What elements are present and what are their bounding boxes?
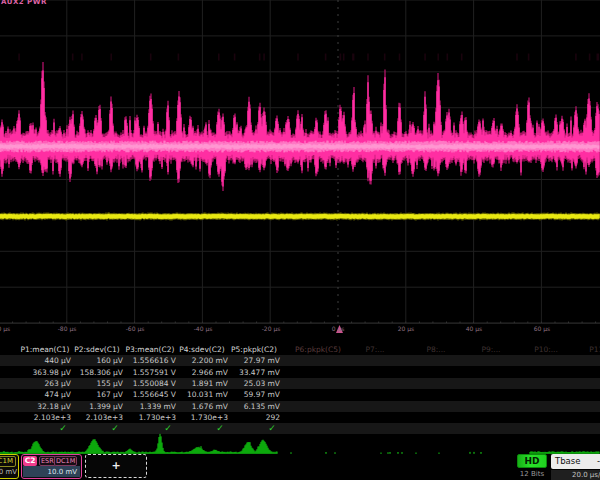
measurement-header-unused[interactable]: P6:pkpk(C5) bbox=[295, 345, 341, 354]
measurement-value: 10.031 mV bbox=[187, 390, 228, 399]
table-row: 363.98 µV158.306 µV1.557591 V2.966 mV33.… bbox=[0, 367, 600, 378]
measurement-header-unused[interactable]: P7:... bbox=[366, 345, 385, 354]
oscilloscope-screen: AUX2 PWR -100 µs-80 µs-60 µs-40 µs-20 µs… bbox=[0, 0, 600, 480]
measurement-header-unused[interactable]: P10:... bbox=[534, 345, 558, 354]
measurement-value: 474 µV bbox=[44, 390, 71, 399]
plus-icon: + bbox=[86, 459, 146, 472]
measurement-value: 2.103e+3 bbox=[34, 413, 71, 422]
timebase-scale: 20.0 µs/div bbox=[572, 471, 600, 479]
measurement-header[interactable]: P3:mean(C2) bbox=[126, 345, 175, 354]
measurement-value: 1.676 mV bbox=[192, 402, 228, 411]
measurement-value: 363.98 µV bbox=[32, 368, 71, 377]
time-axis-label: 60 µs bbox=[534, 325, 551, 332]
time-axis-label: -100 µs bbox=[0, 325, 10, 332]
measurement-value: 440 µV bbox=[44, 356, 71, 365]
measurement-header-unused[interactable]: P8:... bbox=[427, 345, 446, 354]
measurement-value: 2.200 mV bbox=[192, 356, 228, 365]
measurement-value: 32.18 µV bbox=[37, 402, 71, 411]
measurement-value: 1.891 mV bbox=[192, 379, 228, 388]
measurement-value: 1.339 mV bbox=[140, 402, 176, 411]
status-check-icon: ✓ bbox=[164, 423, 172, 433]
measurement-value: 167 µV bbox=[96, 390, 123, 399]
status-check-icon: ✓ bbox=[111, 423, 119, 433]
add-trace-box[interactable]: + bbox=[85, 454, 147, 478]
table-row: 440 µV160 µV1.556616 V2.200 mV27.97 mV bbox=[0, 355, 600, 366]
measurement-header[interactable]: P2:sdev(C1) bbox=[74, 345, 119, 354]
measurement-value: 160 µV bbox=[96, 356, 123, 365]
table-row: 32.18 µV1.399 µV1.339 mV1.676 mV6.135 mV bbox=[0, 401, 600, 412]
timebase-label: Tbase bbox=[555, 456, 580, 466]
measurement-value: 25.03 mV bbox=[244, 379, 280, 388]
measurement-value: 1.556645 V bbox=[133, 390, 176, 399]
measurement-value: 59.97 mV bbox=[244, 390, 280, 399]
measurement-value: 1.550084 V bbox=[133, 379, 176, 388]
table-row: 474 µV167 µV1.556645 V10.031 mV59.97 mV bbox=[0, 389, 600, 400]
measurement-value: 158.306 µV bbox=[80, 368, 123, 377]
table-row: 263 µV155 µV1.550084 V1.891 mV25.03 mV bbox=[0, 378, 600, 389]
measurement-value: 1.730e+3 bbox=[139, 413, 176, 422]
table-row: ✓✓✓✓✓ bbox=[0, 423, 600, 434]
time-axis-label: 40 µs bbox=[466, 325, 483, 332]
measurement-value: 33.477 mV bbox=[239, 368, 280, 377]
measurement-value: 155 µV bbox=[96, 379, 123, 388]
c1-coupling-badge: DC1M bbox=[0, 456, 16, 467]
measurement-value: 263 µV bbox=[44, 379, 71, 388]
time-axis-label: 0 µs bbox=[332, 325, 345, 332]
measurement-value: 292 bbox=[266, 413, 280, 422]
time-axis-label: -40 µs bbox=[194, 325, 213, 332]
measurement-value: 1.730e+3 bbox=[191, 413, 228, 422]
status-check-icon: ✓ bbox=[59, 423, 67, 433]
channel1-descriptor[interactable]: DC1M 500 mV bbox=[0, 454, 19, 479]
timebase-descriptor[interactable]: Tbase -20.0 µs bbox=[551, 454, 600, 469]
timebase-scale-row: 20.0 µs/div bbox=[551, 470, 600, 480]
descriptor-bar: DC1M 500 mV C2 ESR DC1M 10.0 mV + HD 12 … bbox=[0, 453, 600, 480]
status-check-icon: ✓ bbox=[268, 423, 276, 433]
measurement-header-unused[interactable]: P9:... bbox=[482, 345, 501, 354]
measurement-header-unused[interactable]: P11:... bbox=[589, 345, 600, 354]
c2-volts-per-div: 10.0 mV bbox=[48, 468, 77, 476]
measurement-value: 2.103e+3 bbox=[86, 413, 123, 422]
c1-volts-per-div: 500 mV bbox=[0, 468, 17, 476]
measurement-value: 6.135 mV bbox=[244, 402, 280, 411]
measurement-value: 2.966 mV bbox=[192, 368, 228, 377]
measurement-header[interactable]: P1:mean(C1) bbox=[21, 345, 70, 354]
measurement-header[interactable]: P4:sdev(C2) bbox=[179, 345, 224, 354]
measurement-header[interactable]: P5:pkpk(C2) bbox=[231, 345, 277, 354]
measurement-value: 1.399 µV bbox=[89, 402, 123, 411]
time-axis-label: -60 µs bbox=[126, 325, 145, 332]
hd-mode-badge[interactable]: HD bbox=[517, 454, 547, 468]
time-axis-label: 20 µs bbox=[398, 325, 415, 332]
time-axis-label: -20 µs bbox=[262, 325, 281, 332]
measurement-value: 1.557591 V bbox=[133, 368, 176, 377]
trace-annotation-label: AUX2 PWR bbox=[1, 0, 47, 6]
measurement-value: 27.97 mV bbox=[244, 356, 280, 365]
c2-selected-row: 10.0 mV bbox=[23, 466, 80, 477]
c2-coupling-badge: DC1M bbox=[54, 456, 77, 466]
table-header-row: P1:mean(C1)P2:sdev(C1)P3:mean(C2)P4:sdev… bbox=[0, 344, 600, 355]
status-check-icon: ✓ bbox=[216, 423, 224, 433]
channel2-descriptor[interactable]: C2 ESR DC1M 10.0 mV bbox=[21, 454, 82, 479]
hd-bits-label: 12 Bits bbox=[517, 470, 547, 478]
c2-label: C2 bbox=[23, 456, 37, 466]
table-row: 2.103e+32.103e+31.730e+31.730e+3292 bbox=[0, 412, 600, 423]
measurement-value: 1.556616 V bbox=[133, 356, 176, 365]
time-axis-label: -80 µs bbox=[58, 325, 77, 332]
